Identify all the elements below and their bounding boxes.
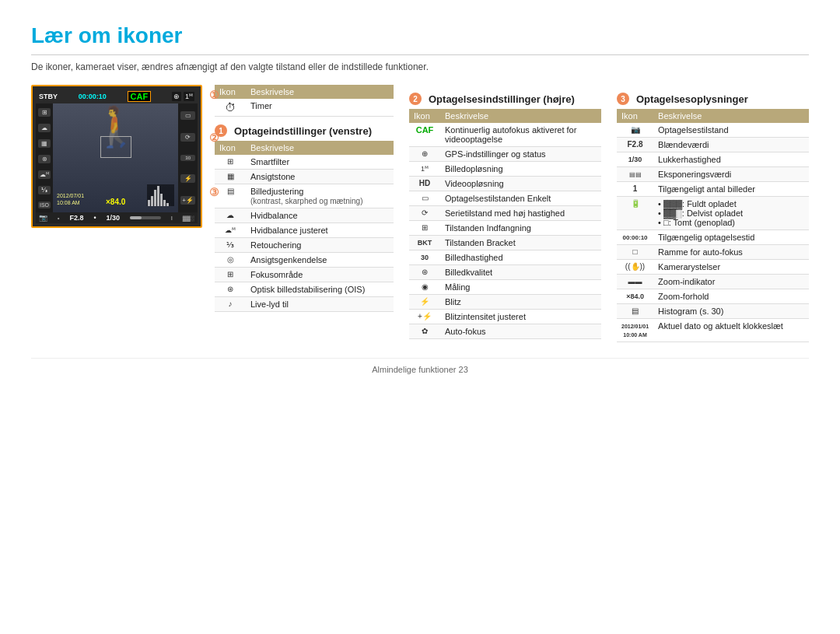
row-icon: F2.8 (628, 140, 643, 149)
row-icon: BKT (418, 239, 432, 247)
row-desc: Blitz (440, 295, 601, 310)
s1-col1: Ikon (215, 141, 246, 155)
cam-stby: STBY (39, 93, 58, 100)
row-icon: ⊞ (227, 157, 233, 166)
section3-title: 3 Optagelsesoplysninger (617, 93, 809, 105)
table-row: ✿Auto-fokus (409, 324, 601, 339)
row-icon: +⚡ (418, 312, 432, 321)
row-desc: Ansigtstone (246, 170, 394, 184)
row-desc: Serietilstand med høj hastighed (440, 206, 601, 221)
page-title: Lær om ikoner (31, 23, 809, 55)
row-icon: ⊛ (227, 285, 233, 293)
table-row: 1/30Lukkerhastighed (617, 152, 809, 167)
table-row: ☁Hvidbalance (215, 208, 394, 223)
row-icon: ((✋)) (625, 262, 645, 271)
section2-badge: 2 (409, 93, 422, 105)
row-icon: ▤ (227, 187, 234, 195)
row-desc: Tilgængelig optagelsestid (653, 230, 809, 245)
table-row: 00:00:10Tilgængelig optagelsestid (617, 230, 809, 245)
row-icon: ▭ (422, 194, 429, 202)
cam-timer: 00:00:10 (79, 93, 107, 100)
indicator-3: ③ (209, 186, 219, 198)
row-icon: ⅟₃ (226, 240, 234, 249)
section3-badge: 3 (617, 93, 629, 105)
table-row: CAF Kontinuerlig autofokus aktiveret for… (409, 123, 601, 147)
row-desc: Fokusområde (246, 268, 394, 282)
s3-col1: Ikon (617, 109, 653, 123)
row-desc: GPS-indstillinger og status (440, 147, 601, 162)
section2-title: 2 Optagelsesindstillinger (højre) (409, 93, 601, 105)
row-icon: ◎ (227, 255, 234, 264)
row-icon: ×84.0 (626, 292, 644, 300)
cam-caf: CAF (128, 91, 152, 102)
row-desc: Tilstanden Bracket (440, 236, 601, 250)
row-icon: ☁ (226, 211, 234, 219)
table-row: ((✋))Kamerarystelser (617, 260, 809, 275)
row-desc: Kontinuerlig autofokus aktiveret for vid… (440, 123, 601, 147)
row-desc: Hvidbalance justeret (246, 223, 394, 238)
footer: Almindelige funktioner 23 (31, 358, 809, 374)
row-desc: Billedopløsning (440, 162, 601, 177)
table-row: 📷Optagelsestilstand (617, 123, 809, 138)
row-desc: Lukkerhastighed (653, 152, 809, 167)
table-row: ▦Ansigtstone (215, 170, 394, 184)
row-icon: 30 (421, 254, 429, 261)
section1-table: Ikon Beskrivelse ⊞Smartfilter ▦Ansigtsto… (215, 141, 394, 312)
row-desc: Billedkvalitet (440, 265, 601, 280)
row-icon: ⊕ (422, 149, 428, 158)
cam-res-icon: 1ᴹ (184, 92, 194, 101)
row-desc: Blændeværdi (653, 138, 809, 152)
table-row: ⏱ Timer (215, 99, 394, 117)
row-icon: ▤▤ (629, 171, 642, 178)
page-subtitle: De ikoner, kameraet viser, ændres afnæng… (31, 61, 809, 72)
table-row: ⊞Smartfilter (215, 155, 394, 170)
row-icon: ⟳ (422, 208, 428, 217)
row-icon: ☁ᴹ (225, 226, 236, 234)
cam-left-icons: ⊞ ☁ ▦ ⊛ ☁ᴹ ⅟₃ ISO (36, 103, 53, 212)
table-row: ⚡Blitz (409, 295, 601, 310)
row-desc: Live-lyd til (246, 297, 394, 312)
table-row: F2.8Blændeværdi (617, 138, 809, 152)
row-desc: Optagelsestilstanden Enkelt (440, 191, 601, 206)
table-row: ☁ᴹHvidbalance justeret (215, 223, 394, 238)
row-desc: Billedjustering(kontrast, skarphed og mæ… (246, 184, 394, 208)
timer-icon: ⏱ (225, 101, 236, 114)
table-row: ▤▤Eksponeringsværdi (617, 167, 809, 182)
row-icon: ▤ (632, 306, 639, 315)
table-row: □Ramme for auto-fokus (617, 245, 809, 260)
row-desc: Optisk billedstabilisering (OIS) (246, 282, 394, 297)
row-desc: Smartfilter (246, 155, 394, 170)
section2-table: Ikon Beskrivelse CAF Kontinuerlig autofo… (409, 109, 601, 339)
row-desc: Aktuel dato og aktuelt klokkeslæt (653, 319, 809, 342)
table-row: ⅟₃Retouchering (215, 238, 394, 253)
table-row: 2012/01/0110:00 AM Aktuel dato og aktuel… (617, 319, 809, 342)
table-row: ⊞Tilstanden Indfangning (409, 221, 601, 236)
row-desc: Billedhastighed (440, 250, 601, 265)
table-row: ◉Måling (409, 280, 601, 295)
table-row: ▤Billedjustering(kontrast, skarphed og m… (215, 184, 394, 208)
row-icon: 1 (633, 184, 638, 193)
cam-histogram (147, 184, 174, 206)
row-icon: 2012/01/0110:00 AM (621, 324, 649, 338)
row-icon: ⊞ (422, 223, 428, 232)
table-row: ⊕GPS-indstillinger og status (409, 147, 601, 162)
row-icon: □ (633, 247, 638, 256)
table-row: ⊛Billedkvalitet (409, 265, 601, 280)
row-desc: Histogram (s. 30) (653, 304, 809, 319)
row-desc: Auto-fokus (440, 324, 601, 339)
table-row: ▬▬Zoom-indikator (617, 275, 809, 289)
row-icon: ⊞ (227, 270, 233, 278)
row-icon: 1/30 (628, 156, 642, 163)
row-desc: Zoom-indikator (653, 275, 809, 289)
table-row: ▤Histogram (s. 30) (617, 304, 809, 319)
row-icon: ♪ (229, 299, 233, 308)
s1-col2: Beskrivelse (246, 141, 394, 155)
row-icon: 1ᴹ (421, 165, 429, 173)
row-desc: Ramme for auto-fokus (653, 245, 809, 260)
row-icon: ▦ (227, 172, 234, 180)
indicator-2: ② (209, 131, 219, 144)
table-row: BKTTilstanden Bracket (409, 236, 601, 250)
row-icon: 00:00:10 (623, 234, 648, 241)
row-icon: ▬▬ (628, 278, 642, 285)
table-row: ⊞Fokusområde (215, 268, 394, 282)
